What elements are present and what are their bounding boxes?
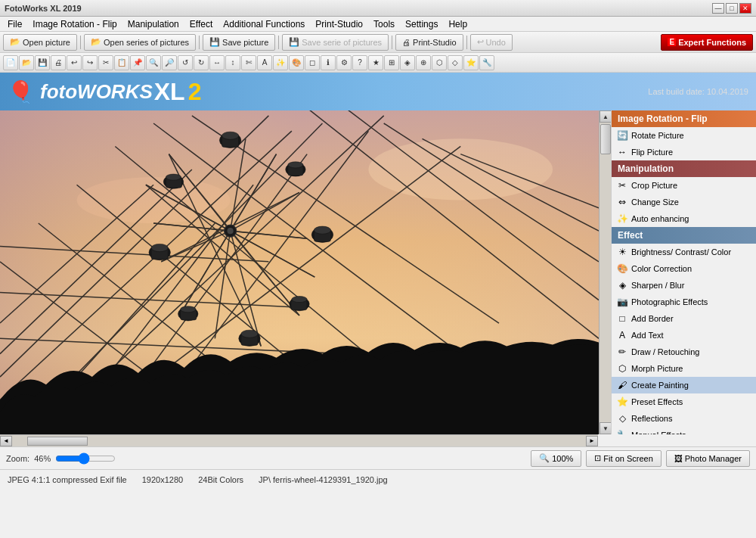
panel-item-flip[interactable]: ↔ Flip Picture: [612, 144, 756, 160]
tb-redo[interactable]: ↪: [82, 55, 98, 70]
scroll-left-button[interactable]: ◄: [0, 436, 12, 446]
undo-icon: ↩: [477, 37, 484, 47]
scroll-h-track[interactable]: [12, 436, 586, 446]
tb-flip-h[interactable]: ↔: [209, 55, 225, 70]
svg-point-69: [151, 244, 168, 251]
image-area[interactable]: [0, 110, 599, 434]
panel-item-brightness[interactable]: ☀ Brightness/ Contrast/ Color: [612, 244, 756, 260]
panel-item-color-correction[interactable]: 🎨 Color Correction: [612, 260, 756, 277]
menu-additional[interactable]: Additional Functions: [218, 17, 309, 31]
scroll-h-thumb[interactable]: [27, 437, 88, 446]
tb-copy[interactable]: 📋: [114, 55, 129, 70]
save-serie-button[interactable]: 💾 Save serie of pictures: [282, 34, 389, 51]
panel-item-resize[interactable]: ⇔ Change Size: [612, 194, 756, 210]
tb-effects[interactable]: ✨: [273, 55, 288, 70]
panel-item-draw[interactable]: ✏ Draw / Retouching: [612, 344, 756, 360]
window-controls: — □ ✕: [712, 3, 751, 14]
zoom-label: Zoom:: [6, 454, 29, 463]
panel-item-sharpen[interactable]: ◈ Sharpen / Blur: [612, 277, 756, 294]
crop-icon: ✂: [616, 179, 628, 191]
tb-star[interactable]: ★: [368, 55, 383, 70]
build-date: Last build date: 10.04.2019: [648, 87, 748, 96]
tb-extra4[interactable]: ◇: [448, 55, 463, 70]
preset-icon: ⭐: [616, 396, 628, 408]
panel-item-rotate[interactable]: 🔄 Rotate Picture: [612, 127, 756, 144]
panel-item-photo-effects[interactable]: 📷 Photographic Effects: [612, 294, 756, 310]
tb-grid[interactable]: ⊞: [384, 55, 399, 70]
tb-flip-v[interactable]: ↕: [225, 55, 240, 70]
tb-zoom-out[interactable]: 🔎: [162, 55, 177, 70]
minimize-button[interactable]: —: [712, 3, 724, 14]
open-series-button[interactable]: 📂 Open series of pictures: [84, 34, 196, 51]
border-icon: □: [616, 313, 628, 325]
tb-extra3[interactable]: ⬡: [432, 55, 447, 70]
tb-cut[interactable]: ✂: [98, 55, 113, 70]
panel-item-auto-enhance[interactable]: ✨ Auto enhancing: [612, 210, 756, 227]
print-icon: 🖨: [402, 38, 411, 47]
tb-crop[interactable]: ✄: [241, 55, 256, 70]
panel-item-preset[interactable]: ⭐ Preset Effects: [612, 393, 756, 410]
save-serie-icon: 💾: [289, 37, 299, 47]
tb-extra6[interactable]: 🔧: [479, 55, 494, 70]
title-bar: FotoWorks XL 2019 — □ ✕: [0, 0, 756, 17]
expert-functions-button[interactable]: E Expert Functions: [661, 34, 753, 51]
tb-rotate-right[interactable]: ↻: [194, 55, 209, 70]
vertical-scrollbar[interactable]: ▲ ▼: [599, 110, 611, 434]
panel-item-border[interactable]: □ Add Border: [612, 310, 756, 327]
tb-extra5[interactable]: ⭐: [463, 55, 479, 70]
scroll-down-button[interactable]: ▼: [600, 422, 612, 434]
svg-point-2: [368, 138, 553, 200]
horizontal-scrollbar[interactable]: ◄ ►: [0, 434, 598, 446]
tb-save[interactable]: 💾: [35, 55, 50, 70]
close-button[interactable]: ✕: [739, 3, 751, 14]
menu-help[interactable]: Help: [444, 17, 472, 31]
photo-manager-button[interactable]: 🖼 Photo Manager: [666, 450, 750, 467]
scroll-track[interactable]: [600, 123, 611, 422]
menu-rotation[interactable]: Image Rotation - Flip: [28, 17, 121, 31]
menu-file[interactable]: File: [3, 17, 26, 31]
toolbar-separator-1: [80, 36, 81, 49]
menu-print[interactable]: Print-Studio: [311, 17, 367, 31]
tb-extra2[interactable]: ⊕: [416, 55, 431, 70]
status-bar: JPEG 4:1:1 compressed Exif file 1920x128…: [0, 469, 756, 489]
zoom-slider[interactable]: [55, 452, 116, 465]
panel-item-painting[interactable]: 🖌 Create Painting: [612, 377, 756, 393]
panel-item-crop[interactable]: ✂ Crop Picture: [612, 177, 756, 194]
tb-select[interactable]: ◻: [305, 55, 320, 70]
tb-color[interactable]: 🎨: [289, 55, 304, 70]
tb-rotate-left[interactable]: ↺: [178, 55, 193, 70]
tb-new[interactable]: 📄: [3, 55, 18, 70]
svg-point-54: [288, 162, 303, 168]
fit-screen-button[interactable]: ⊡ Fit on Screen: [586, 450, 661, 467]
tb-text[interactable]: A: [257, 55, 272, 70]
tb-settings[interactable]: ⚙: [336, 55, 352, 70]
open-picture-button[interactable]: 📂 Open picture: [3, 34, 77, 51]
panel-item-morph[interactable]: ⬡ Morph Picture: [612, 360, 756, 377]
status-colors: 24Bit Colors: [198, 475, 243, 484]
menu-settings[interactable]: Settings: [401, 17, 442, 31]
tb-open[interactable]: 📂: [19, 55, 34, 70]
logo-text: fotoWORKS: [40, 80, 153, 104]
tb-paste[interactable]: 📌: [130, 55, 145, 70]
menu-effect[interactable]: Effect: [185, 17, 217, 31]
tb-extra1[interactable]: ◈: [400, 55, 415, 70]
panel-item-manual[interactable]: 🔧 Manual Effects: [612, 427, 756, 434]
ferris-wheel-image: [0, 110, 599, 434]
menu-tools[interactable]: Tools: [369, 17, 399, 31]
scroll-up-button[interactable]: ▲: [600, 110, 612, 123]
scroll-right-button[interactable]: ►: [586, 436, 598, 446]
scroll-thumb[interactable]: [600, 124, 611, 154]
print-studio-button[interactable]: 🖨 Print-Studio: [395, 34, 463, 51]
tb-info[interactable]: ℹ: [321, 55, 336, 70]
undo-button[interactable]: ↩ Undo: [470, 34, 513, 51]
tb-zoom-in[interactable]: 🔍: [146, 55, 161, 70]
panel-item-text[interactable]: A Add Text: [612, 327, 756, 344]
tb-print[interactable]: 🖨: [51, 55, 66, 70]
save-picture-button[interactable]: 💾 Save picture: [203, 34, 275, 51]
panel-item-reflections[interactable]: ◇ Reflections: [612, 410, 756, 427]
zoom-100-button[interactable]: 🔍 100%: [531, 450, 581, 467]
menu-manipulation[interactable]: Manipulation: [123, 17, 184, 31]
tb-undo[interactable]: ↩: [67, 55, 82, 70]
maximize-button[interactable]: □: [726, 3, 738, 14]
tb-help[interactable]: ?: [352, 55, 367, 70]
